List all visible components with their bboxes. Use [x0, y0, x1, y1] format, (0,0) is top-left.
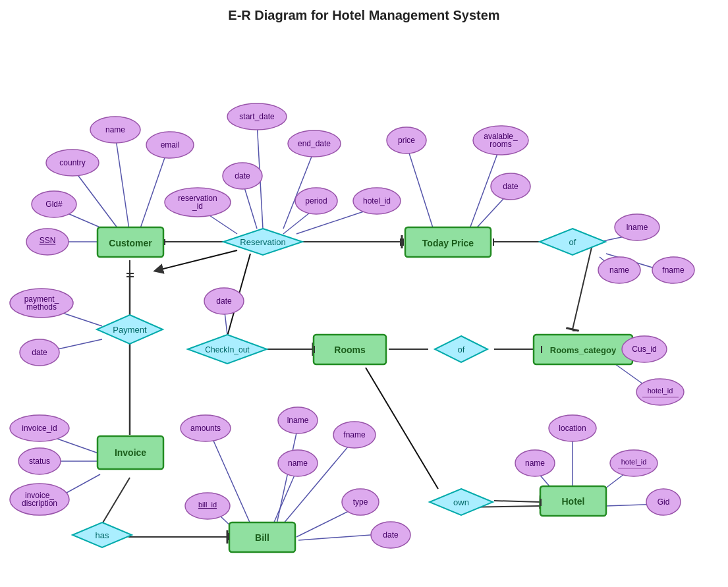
svg-text:date: date [503, 182, 518, 191]
svg-text:bill_id: bill_id [198, 501, 217, 509]
er-diagram: Customer Today Price Rooms Rooms_categoy… [0, 0, 728, 587]
svg-text:price: price [398, 136, 415, 145]
svg-text:Hotel: Hotel [562, 496, 585, 507]
svg-text:fname: fname [662, 266, 685, 275]
svg-text:name: name [288, 459, 308, 468]
svg-text:type: type [353, 497, 368, 507]
svg-text:lname: lname [287, 416, 309, 425]
svg-text:amounts: amounts [190, 424, 221, 433]
svg-text:name: name [609, 266, 629, 275]
svg-text:has: has [96, 530, 109, 540]
svg-text:Reservation: Reservation [240, 237, 285, 247]
svg-text:Customer: Customer [109, 238, 152, 248]
svg-text:invoice_id: invoice_id [22, 424, 57, 433]
svg-text:name: name [105, 125, 125, 134]
svg-line-42 [573, 242, 593, 329]
svg-text:period: period [305, 196, 327, 206]
svg-text:Gld#: Gld# [45, 200, 63, 209]
svg-text:date: date [216, 296, 232, 306]
svg-line-51 [158, 250, 237, 270]
svg-text:SSN: SSN [40, 236, 56, 245]
svg-text:date: date [383, 530, 399, 540]
svg-line-3 [115, 135, 130, 234]
svg-text:Rooms_categoy: Rooms_categoy [550, 345, 617, 355]
svg-text:Payment: Payment [113, 325, 147, 335]
svg-text:lname: lname [627, 223, 648, 232]
svg-text:of: of [458, 345, 465, 354]
svg-text:email: email [161, 140, 180, 150]
svg-line-4 [138, 148, 168, 234]
svg-text:_id: _id [192, 202, 203, 211]
svg-text:hotel_id: hotel_id [621, 458, 647, 466]
svg-text:name: name [525, 459, 545, 468]
svg-text:methods: methods [26, 302, 57, 312]
svg-text:CheckIn_out: CheckIn_out [205, 345, 250, 354]
svg-text:hotel_id: hotel_id [363, 196, 391, 206]
svg-text:location: location [559, 424, 586, 433]
svg-text:start_date: start_date [239, 112, 275, 121]
svg-text:end_date: end_date [298, 139, 331, 148]
svg-text:date: date [235, 171, 250, 181]
svg-text:own: own [453, 497, 469, 507]
svg-text:fname: fname [343, 430, 366, 439]
svg-text:Gid: Gid [658, 497, 670, 507]
svg-text:country: country [59, 158, 85, 167]
svg-text:Invoice: Invoice [115, 447, 146, 458]
svg-text:rooms: rooms [490, 140, 511, 149]
svg-line-5 [72, 168, 122, 234]
svg-text:of: of [569, 237, 576, 247]
svg-text:hotel_id: hotel_id [648, 387, 673, 395]
svg-text:Bill: Bill [255, 532, 269, 543]
svg-line-14 [406, 145, 435, 234]
svg-text:Cus_id: Cus_id [632, 345, 656, 354]
svg-text:Rooms: Rooms [334, 345, 366, 355]
svg-text:date: date [32, 348, 47, 357]
svg-line-55 [366, 368, 438, 489]
svg-text:discription: discription [22, 499, 57, 508]
svg-line-46 [102, 478, 130, 524]
svg-line-53 [494, 501, 540, 502]
svg-text:status: status [29, 457, 50, 466]
svg-text:Today Price: Today Price [422, 238, 474, 248]
